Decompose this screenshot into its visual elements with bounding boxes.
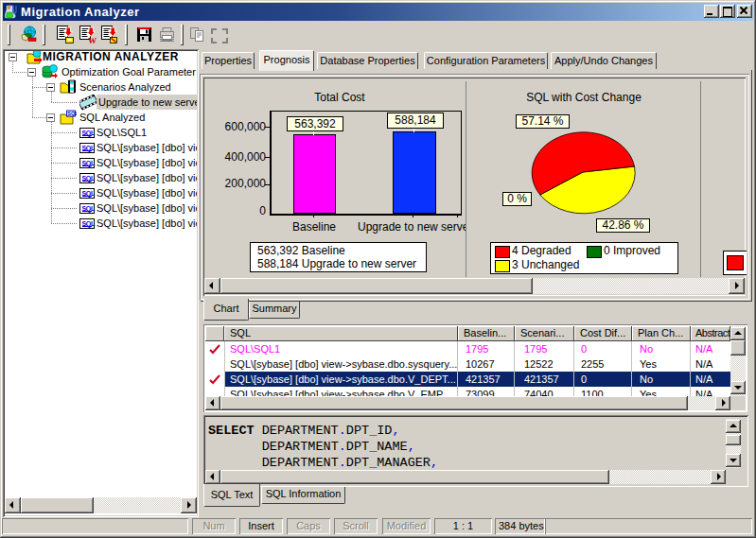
svg-text:W: W: [88, 36, 97, 43]
svg-text:SQL: SQL: [67, 111, 77, 116]
